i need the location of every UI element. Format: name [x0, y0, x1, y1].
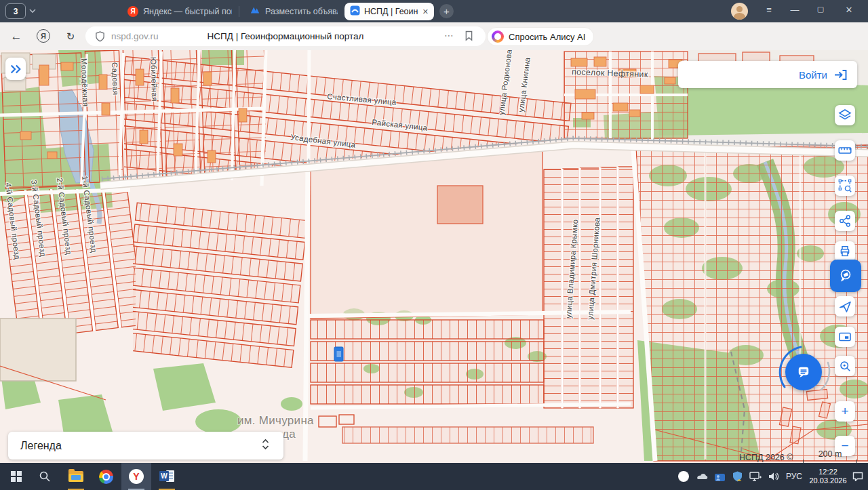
start-button[interactable]: [1, 463, 31, 490]
legend-panel[interactable]: Легенда: [8, 432, 283, 460]
tab-classified-ad[interactable]: Разместить объявление о: [244, 0, 343, 22]
browser-toolbar: ← Я ↻ nspd.gov.ru НСПД | Геоинформационн…: [0, 22, 868, 50]
yandex-home-button[interactable]: Я: [37, 29, 50, 43]
ruler-icon: [837, 142, 853, 159]
tab-label: НСПД | Геоинформаци: [364, 7, 418, 16]
window-maximize-icon[interactable]: ▢: [812, 5, 829, 14]
navigation-arrow-icon: [837, 298, 853, 314]
tray-time: 12:22: [809, 468, 846, 476]
login-icon: [833, 69, 848, 81]
refresh-button[interactable]: ↻: [62, 28, 79, 45]
file-explorer-button[interactable]: [61, 463, 91, 490]
layers-button[interactable]: [835, 105, 855, 125]
map-pin-tool-icon: [835, 265, 856, 287]
address-bar[interactable]: nspd.gov.ru НСПД | Геоинформационный пор…: [85, 26, 486, 46]
chrome-icon: [99, 470, 113, 484]
industrial-site: [0, 319, 76, 381]
classified-favicon: [250, 5, 260, 18]
new-tab-button[interactable]: +: [439, 4, 454, 18]
word-button[interactable]: Y W: [152, 463, 182, 490]
active-map-tool-button[interactable]: [830, 260, 861, 292]
yandex-browser-icon: Y: [129, 469, 144, 484]
language-indicator[interactable]: РУС: [783, 463, 806, 490]
expand-sidebar-button[interactable]: [5, 58, 26, 80]
clock[interactable]: 12:22 20.03.2026: [807, 463, 849, 490]
tray-yandex-icon[interactable]: [675, 463, 692, 490]
notification-icon: [852, 472, 863, 481]
tab-counter-button[interactable]: 3: [5, 3, 26, 19]
chrome-button[interactable]: [91, 463, 121, 490]
profile-avatar[interactable]: [731, 3, 748, 20]
legend-title: Легенда: [20, 440, 62, 452]
zoom-in-button[interactable]: +: [835, 401, 855, 422]
tab-divider: [239, 6, 239, 17]
volume-icon[interactable]: [765, 463, 783, 490]
locate-me-button[interactable]: [835, 296, 855, 317]
tray-security-icon[interactable]: [728, 463, 746, 490]
street-label-molodezhnaya: Молодёжная: [80, 58, 90, 107]
ask-alice-button[interactable]: Спросить Алису AI: [487, 27, 594, 46]
nspd-favicon: [350, 5, 360, 18]
folder-icon: [68, 471, 83, 482]
map-copyright: НСПД 2026 ©: [739, 453, 793, 462]
address-page-title: НСПД | Геоинформационный портал: [85, 31, 486, 41]
cadastral-map-canvas[interactable]: Счастливая улица Райская улица Усадебная…: [0, 50, 868, 463]
scale-bar: 200 m: [803, 449, 857, 463]
chat-bubble-icon: [793, 362, 814, 382]
legend-collapse-chevrons-icon[interactable]: [261, 437, 270, 454]
place-label-michurina-tail: да: [282, 428, 296, 441]
select-area-button[interactable]: [835, 176, 855, 196]
alice-icon: [492, 30, 504, 43]
browser-window: 3 Я Яндекс — быстрый поиск Разместить об…: [0, 0, 868, 490]
print-icon: [837, 243, 853, 260]
street-label-sadovaya: Садовая: [111, 62, 120, 96]
yandex-favicon: Я: [127, 6, 138, 17]
selected-parcel[interactable]: [334, 347, 343, 361]
tray-cloud-icon[interactable]: [693, 463, 711, 490]
layers-icon: [837, 107, 853, 123]
overview-map-icon: [837, 329, 853, 345]
windows-taskbar: Y Y W РУС: [0, 463, 868, 490]
taskbar-search-button[interactable]: [30, 463, 60, 490]
windows-logo-icon: [11, 471, 22, 482]
search-location-icon: [837, 358, 853, 374]
browser-menu-icon[interactable]: ≡: [761, 5, 777, 15]
login-panel[interactable]: Войти: [678, 61, 857, 88]
tray-date: 20.03.2026: [809, 476, 846, 485]
overview-map-button[interactable]: [835, 327, 855, 347]
network-icon[interactable]: [746, 463, 765, 490]
street-label-yubileynaya: Юбилейная: [149, 57, 159, 102]
double-chevron-right-icon: [9, 63, 22, 75]
word-icon: Y W: [159, 470, 174, 483]
place-label-michurina: им. Мичурина: [237, 414, 314, 427]
window-close-icon[interactable]: ✕: [841, 5, 857, 15]
vacant-parcel-area: [311, 149, 542, 319]
back-button[interactable]: ←: [8, 28, 24, 45]
bookmark-icon[interactable]: [465, 30, 473, 41]
chat-assistant-button[interactable]: [785, 354, 822, 390]
yandex-browser-button[interactable]: Y: [121, 463, 151, 490]
address-more-icon[interactable]: ⋯: [444, 30, 454, 41]
tab-yandex-search[interactable]: Я Яндекс — быстрый поиск: [122, 0, 237, 22]
search-icon: [39, 470, 51, 483]
search-location-button[interactable]: [835, 356, 855, 376]
select-area-icon: [837, 178, 853, 194]
login-label: Войти: [799, 69, 827, 81]
tab-label: Яндекс — быстрый поиск: [143, 7, 232, 16]
tray-app-icon[interactable]: [711, 463, 728, 490]
share-icon: [837, 213, 853, 229]
tab-label: Разместить объявление о: [265, 7, 338, 16]
tab-list-chevron-icon[interactable]: [28, 6, 37, 16]
measure-button[interactable]: [835, 140, 855, 161]
share-button[interactable]: [835, 211, 855, 231]
window-minimize-icon[interactable]: —: [787, 5, 803, 15]
map-area: Счастливая улица Райская улица Усадебная…: [0, 50, 868, 463]
print-button[interactable]: [835, 241, 855, 262]
close-tab-icon[interactable]: ✕: [422, 7, 429, 16]
tab-nspd-active[interactable]: НСПД | Геоинформаци ✕: [344, 3, 434, 20]
tab-bar: 3 Я Яндекс — быстрый поиск Разместить об…: [0, 0, 868, 22]
scale-label: 200 m: [803, 449, 857, 459]
action-center-button[interactable]: [849, 463, 867, 490]
